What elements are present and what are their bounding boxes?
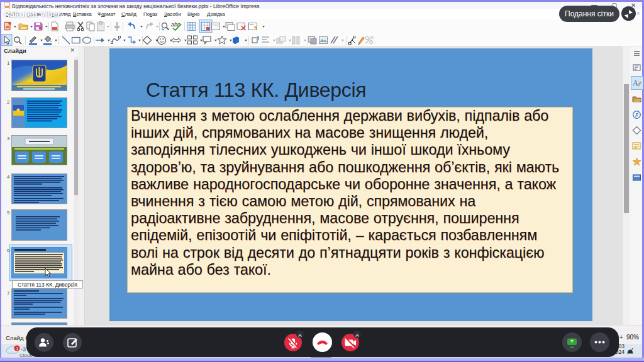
svg-text:A: A [633, 79, 638, 87]
svg-text:1: 1 [16, 346, 18, 351]
